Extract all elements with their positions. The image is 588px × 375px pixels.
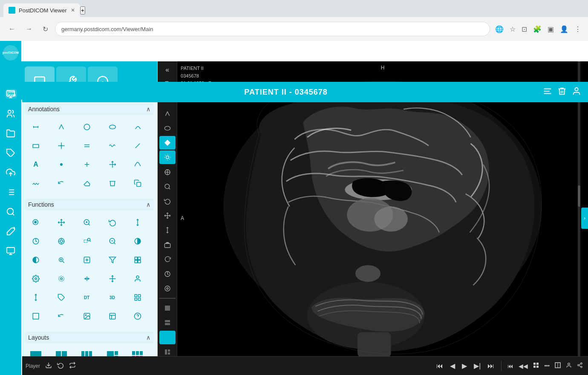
tool-square-view[interactable]: [26, 308, 45, 325]
tool-enhance[interactable]: [78, 251, 96, 268]
tool-eraser[interactable]: [78, 175, 96, 192]
tool-move[interactable]: [52, 214, 71, 231]
player-share-button[interactable]: [575, 361, 585, 371]
tool-zoom-out[interactable]: [103, 233, 122, 250]
vt-stack[interactable]: [159, 238, 176, 251]
new-tab-button[interactable]: +: [80, 6, 85, 14]
player-prev-button[interactable]: ◀: [447, 360, 458, 372]
tool-highlight[interactable]: [26, 214, 45, 231]
tool-arrows-all[interactable]: [78, 270, 96, 287]
sidebar-button[interactable]: ▣: [546, 23, 556, 35]
close-tab-button[interactable]: ✕: [71, 7, 75, 13]
tool-dt[interactable]: DT: [78, 289, 96, 306]
bookmark-button[interactable]: ☆: [508, 23, 517, 35]
tool-undo[interactable]: [52, 175, 71, 192]
vt-collapse[interactable]: «: [159, 63, 176, 77]
vt-layout1[interactable]: [159, 301, 176, 315]
tool-cog[interactable]: [26, 270, 45, 287]
profile-button[interactable]: 👤: [558, 23, 570, 35]
header-user-button[interactable]: [572, 87, 581, 98]
tool-target[interactable]: [52, 233, 71, 250]
tool-wave[interactable]: [103, 137, 122, 154]
player-grid-button[interactable]: [531, 361, 541, 371]
functions-section-header[interactable]: Functions ∧: [25, 199, 154, 211]
tool-zoom-in[interactable]: [78, 214, 96, 231]
tool-help[interactable]: [128, 308, 147, 325]
desktop-button[interactable]: ⊡: [520, 23, 529, 35]
tool-angle[interactable]: [52, 118, 71, 136]
annotations-section-header[interactable]: Annotations ∧: [25, 103, 154, 115]
sidebar-item-users[interactable]: [2, 105, 20, 123]
sidebar-item-cloud[interactable]: [2, 164, 20, 182]
sidebar-item-monitor[interactable]: [2, 242, 20, 260]
vt-layout2[interactable]: [159, 316, 176, 329]
tool-3d[interactable]: 3D: [103, 289, 122, 306]
player-reset-button[interactable]: [55, 360, 66, 372]
vt-zoom[interactable]: [159, 180, 176, 193]
sidebar-item-folder[interactable]: [2, 124, 20, 142]
tool-crosshair[interactable]: [52, 137, 71, 154]
header-list-button[interactable]: [543, 87, 552, 98]
viewer-scrollbar[interactable]: [578, 61, 580, 356]
tool-freehand2[interactable]: [128, 156, 147, 173]
right-panel-handle[interactable]: ›: [581, 208, 588, 229]
forward-button[interactable]: →: [22, 23, 36, 35]
player-skip-back-button[interactable]: ⏮: [506, 361, 515, 371]
player-first-button[interactable]: ⏮: [434, 361, 446, 372]
vt-brightness[interactable]: [159, 150, 176, 164]
tool-rect[interactable]: [26, 137, 45, 154]
vt-reset[interactable]: [159, 194, 176, 208]
tool-zoom-fit[interactable]: [52, 251, 71, 268]
tool-arrows-v[interactable]: [128, 214, 147, 231]
vt-circle-o[interactable]: [159, 282, 176, 295]
vt-rotate-cw[interactable]: [159, 253, 176, 266]
tool-arrows-h[interactable]: [103, 270, 122, 287]
tool-dot[interactable]: [52, 156, 71, 173]
tool-arrow-cross[interactable]: [103, 156, 122, 173]
tool-undo2[interactable]: [52, 308, 71, 325]
vt-scroll[interactable]: [159, 223, 176, 237]
sidebar-item-tag[interactable]: [2, 144, 20, 162]
menu-button[interactable]: ⋮: [573, 23, 583, 35]
tool-ellipse[interactable]: [103, 118, 122, 136]
address-bar[interactable]: germany.postdicom.com/Viewer/Main: [55, 22, 490, 36]
sidebar-item-brush[interactable]: [2, 222, 20, 240]
tool-image[interactable]: [78, 308, 96, 325]
vt-diamond[interactable]: [159, 136, 176, 150]
tool-person[interactable]: [128, 270, 147, 287]
player-more-button[interactable]: •••: [542, 361, 551, 371]
back-button[interactable]: ←: [5, 23, 19, 35]
tool-invert[interactable]: [128, 233, 147, 250]
sidebar-item-list[interactable]: [2, 183, 20, 201]
player-play-button[interactable]: ▶: [459, 360, 470, 372]
tool-arrows-ud[interactable]: [26, 289, 45, 306]
player-loop-button[interactable]: [67, 360, 78, 372]
layouts-section-header[interactable]: Layouts ∧: [25, 332, 154, 343]
tool-diagonal[interactable]: [128, 137, 147, 154]
tool-squiggle[interactable]: [26, 175, 45, 192]
tool-text[interactable]: A: [26, 156, 45, 173]
player-layout-button[interactable]: [553, 361, 562, 371]
vt-crosshair[interactable]: [159, 165, 176, 179]
tool-cog2[interactable]: [52, 270, 71, 287]
tool-contrast[interactable]: [26, 251, 45, 268]
tool-equals[interactable]: [78, 137, 96, 154]
vt-layout3[interactable]: [159, 331, 176, 344]
player-skip-prev-button[interactable]: ◀◀: [517, 361, 530, 371]
tool-clear[interactable]: [103, 175, 122, 192]
functions-toggle[interactable]: ∧: [146, 201, 150, 208]
player-download-button[interactable]: [43, 360, 54, 372]
player-last-button[interactable]: ⏭: [485, 361, 497, 372]
tool-grid-view[interactable]: [128, 289, 147, 306]
player-next-button[interactable]: ▶|: [471, 360, 483, 372]
tool-ruler[interactable]: [26, 118, 45, 136]
player-user-button[interactable]: [564, 361, 574, 371]
vt-angle[interactable]: [159, 107, 176, 121]
sidebar-item-search[interactable]: [2, 203, 20, 221]
tool-zoom-region[interactable]: [78, 233, 96, 250]
layouts-toggle[interactable]: ∧: [146, 334, 150, 341]
tool-adjust[interactable]: [26, 233, 45, 250]
tool-plus-cross[interactable]: [78, 156, 96, 173]
vt-pan[interactable]: [159, 209, 176, 222]
annotations-toggle[interactable]: ∧: [146, 106, 150, 112]
